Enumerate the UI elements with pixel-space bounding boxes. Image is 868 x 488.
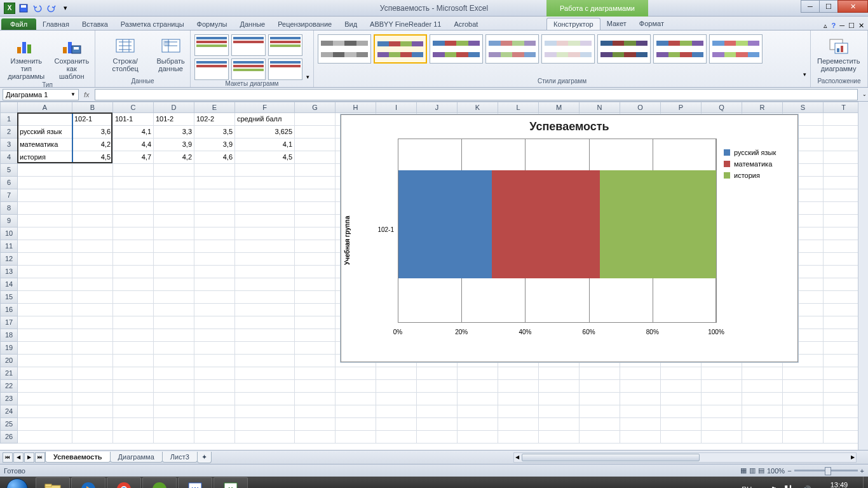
cell[interactable] — [113, 189, 154, 202]
cell[interactable] — [742, 393, 783, 405]
column-header[interactable]: G — [295, 102, 336, 113]
zoom-level[interactable]: 100% — [767, 467, 785, 475]
cell[interactable] — [154, 177, 194, 189]
tray-lang[interactable]: RU — [738, 485, 756, 488]
tray-network-icon[interactable]: ▌▎ — [781, 485, 799, 489]
chart-style-option[interactable] — [485, 34, 539, 64]
cell[interactable] — [417, 431, 458, 444]
cell[interactable] — [295, 393, 336, 405]
cell[interactable] — [154, 380, 194, 393]
legend-item[interactable]: русский язык — [724, 149, 795, 156]
cell[interactable] — [458, 418, 498, 431]
cell[interactable] — [235, 291, 295, 304]
show-desktop-button[interactable] — [863, 477, 868, 488]
cell[interactable] — [376, 380, 417, 393]
switch-row-column-button[interactable]: Строка/столбец — [99, 34, 151, 74]
cell[interactable] — [235, 393, 295, 405]
spreadsheet-grid[interactable]: ABCDEFGHIJKLMNOPQRST 1234567891011121314… — [0, 102, 868, 450]
cell[interactable] — [154, 405, 194, 418]
cell[interactable] — [194, 266, 235, 278]
cell[interactable] — [295, 418, 336, 431]
cell[interactable] — [18, 431, 72, 444]
cell[interactable] — [295, 189, 336, 202]
tray-clock[interactable]: 13:4922.06.2014 — [815, 481, 863, 488]
row-header[interactable]: 22 — [0, 380, 18, 393]
cell[interactable]: 4,1 — [235, 139, 295, 151]
cell[interactable] — [154, 355, 194, 367]
cell[interactable] — [18, 215, 72, 227]
cell[interactable] — [113, 418, 154, 431]
column-header[interactable]: N — [580, 102, 620, 113]
cell[interactable] — [742, 380, 783, 393]
cell[interactable] — [154, 266, 194, 278]
workbook-close-icon[interactable]: ✕ — [858, 22, 864, 30]
cell[interactable] — [295, 164, 336, 177]
cell[interactable] — [113, 202, 154, 215]
cell[interactable] — [18, 202, 72, 215]
cell[interactable] — [18, 342, 72, 355]
cell[interactable] — [620, 367, 661, 380]
row-header[interactable]: 2 — [0, 126, 18, 139]
cell[interactable] — [235, 355, 295, 367]
layout-option[interactable] — [268, 58, 302, 80]
cell[interactable] — [113, 342, 154, 355]
cell[interactable]: 102-2 — [194, 113, 235, 126]
cell[interactable] — [113, 316, 154, 329]
cell[interactable] — [113, 355, 154, 367]
cell[interactable] — [376, 367, 417, 380]
cell[interactable] — [417, 393, 458, 405]
cell[interactable] — [235, 380, 295, 393]
cell[interactable] — [417, 405, 458, 418]
redo-icon[interactable] — [44, 1, 58, 15]
cell[interactable] — [417, 367, 458, 380]
row-header[interactable]: 14 — [0, 278, 18, 291]
column-header[interactable]: E — [194, 102, 235, 113]
row-header[interactable]: 25 — [0, 418, 18, 431]
cell[interactable] — [154, 291, 194, 304]
cell[interactable] — [661, 393, 702, 405]
cell[interactable] — [18, 113, 72, 126]
chart-style-option[interactable] — [374, 34, 427, 64]
cell[interactable] — [194, 316, 235, 329]
cell[interactable] — [72, 367, 113, 380]
cell[interactable] — [661, 380, 702, 393]
fx-icon[interactable]: fx — [84, 91, 90, 98]
cell[interactable] — [295, 266, 336, 278]
cell[interactable] — [194, 278, 235, 291]
cell[interactable] — [336, 380, 376, 393]
cell[interactable] — [113, 405, 154, 418]
cell[interactable] — [235, 215, 295, 227]
column-header[interactable]: A — [18, 102, 72, 113]
column-header[interactable]: Q — [702, 102, 742, 113]
cell[interactable]: 4,1 — [113, 126, 154, 139]
cell[interactable] — [498, 405, 539, 418]
name-box-dropdown-icon[interactable]: ▼ — [71, 92, 76, 97]
tray-arrow-icon[interactable]: ▴ — [756, 485, 767, 489]
cell[interactable] — [539, 367, 580, 380]
view-normal-icon[interactable]: ▦ — [740, 466, 747, 475]
sheet-tab-2[interactable]: Диаграмма — [110, 452, 163, 463]
cell[interactable] — [295, 380, 336, 393]
column-header[interactable]: P — [661, 102, 702, 113]
cell[interactable] — [458, 393, 498, 405]
cell[interactable] — [154, 367, 194, 380]
cell[interactable]: 4,4 — [113, 139, 154, 151]
column-header[interactable]: M — [539, 102, 580, 113]
save-as-template-button[interactable]: Сохранить как шаблон — [53, 34, 91, 81]
cell[interactable] — [194, 367, 235, 380]
cell[interactable] — [702, 405, 742, 418]
cell[interactable] — [113, 380, 154, 393]
cell[interactable] — [661, 431, 702, 444]
cell[interactable] — [154, 316, 194, 329]
cell[interactable] — [295, 240, 336, 253]
cell[interactable]: средний балл — [235, 113, 295, 126]
cell[interactable] — [18, 355, 72, 367]
row-header[interactable]: 5 — [0, 164, 18, 177]
cell[interactable] — [154, 240, 194, 253]
file-tab[interactable]: Файл — [1, 18, 36, 30]
cell[interactable] — [458, 380, 498, 393]
cell[interactable] — [580, 367, 620, 380]
cell[interactable] — [194, 240, 235, 253]
new-sheet-button[interactable]: ✦ — [197, 452, 212, 463]
cell[interactable] — [376, 405, 417, 418]
